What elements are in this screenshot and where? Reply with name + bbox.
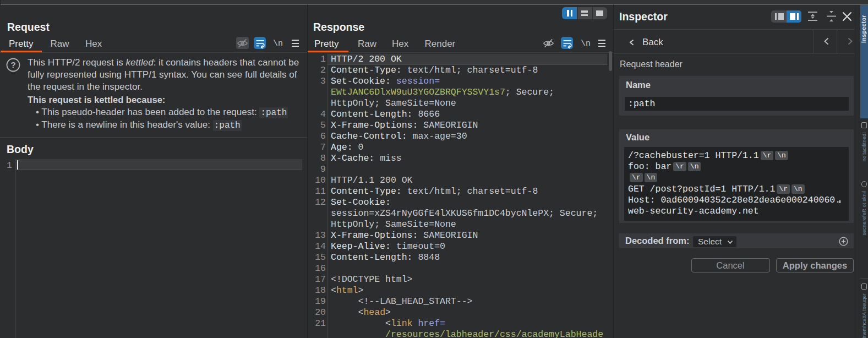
svg-text:?: ? <box>10 60 15 69</box>
